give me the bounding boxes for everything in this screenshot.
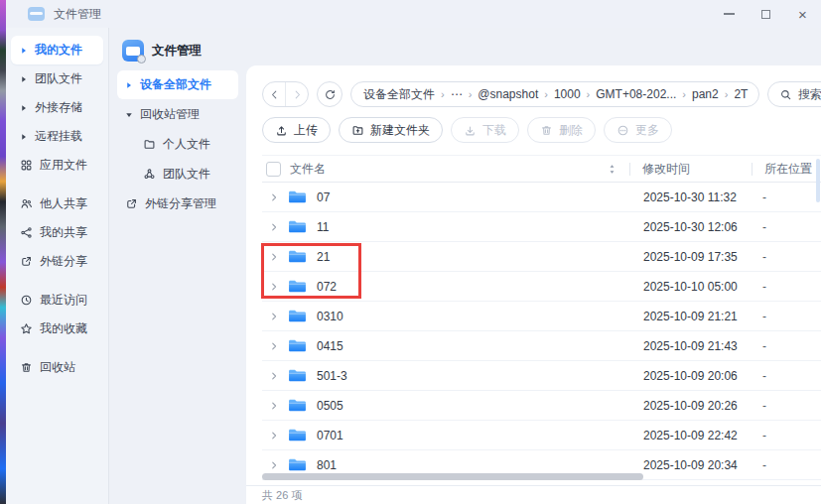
sidebar-item-label: 他人共享 (40, 195, 87, 212)
vertical-scrollbar[interactable] (816, 159, 820, 202)
sidebar-item-label: 最近访问 (40, 292, 87, 309)
search-button[interactable]: 搜索 (767, 81, 821, 107)
sidebar-item[interactable]: 我的文件 (11, 36, 103, 64)
back-button[interactable] (263, 82, 285, 106)
table-row[interactable]: 501-3 2025-10-09 20:06 - (262, 361, 821, 391)
breadcrumb-segment[interactable]: @snapshot (478, 87, 538, 101)
toolbar-button[interactable]: 更多 (604, 117, 672, 143)
table-row[interactable]: 0701 2025-10-09 22:42 - (262, 421, 821, 450)
upload-icon (275, 124, 288, 137)
team-icon (143, 168, 156, 181)
table-row[interactable]: 0310 2025-10-09 21:21 - (262, 302, 821, 331)
chevron-small-icon[interactable] (266, 222, 282, 232)
chevron-small-icon[interactable] (266, 401, 282, 411)
caret-right-icon (20, 75, 28, 83)
breadcrumb-segment[interactable]: GMT+08-202... (596, 87, 676, 101)
panel-title: 文件管理 (152, 43, 202, 60)
panel-nav-item[interactable]: 个人文件 (117, 130, 238, 159)
folder-blue-icon (288, 219, 307, 234)
modified-time: 2025-10-09 20:34 (643, 458, 762, 472)
toolbar-button-label: 更多 (635, 122, 659, 139)
more-icon (616, 124, 629, 137)
sidebar-item[interactable]: 外接存储 (11, 93, 103, 122)
breadcrumb-separator: › (544, 88, 548, 100)
column-location-label[interactable]: 所在位置 (764, 161, 821, 178)
sidebar-item[interactable]: 他人共享 (11, 189, 103, 218)
chevron-small-icon[interactable] (266, 192, 282, 202)
file-name: 11 (317, 220, 329, 234)
table-row[interactable]: 0505 2025-10-09 20:26 - (262, 391, 821, 421)
panel-nav-item-label: 回收站管理 (140, 106, 200, 123)
modified-time: 2025-10-09 21:21 (643, 310, 762, 323)
breadcrumb-segment[interactable]: 1000 (554, 87, 581, 101)
select-all-checkbox[interactable] (266, 162, 281, 177)
table-row[interactable]: 0415 2025-10-09 21:43 - (262, 331, 821, 361)
breadcrumb-segment[interactable]: pan2 (692, 87, 719, 101)
file-name: 0415 (317, 339, 343, 353)
folder-blue-icon (288, 338, 307, 353)
caret-right-icon (20, 104, 28, 112)
sort-icon[interactable] (607, 164, 617, 175)
panel-header: 文件管理 (109, 28, 246, 69)
toolbar-button[interactable]: 上传 (262, 117, 331, 143)
breadcrumb-segment[interactable]: ⋯ (451, 87, 463, 101)
trash-icon (20, 361, 33, 374)
toolbar-button[interactable]: 删除 (527, 117, 596, 143)
chevron-small-icon[interactable] (266, 341, 282, 351)
app-grid-icon (20, 159, 33, 172)
refresh-button[interactable] (317, 81, 342, 107)
folder-blue-icon (288, 368, 307, 383)
minimize-button[interactable] (711, 0, 748, 28)
panel-nav-item[interactable]: 回收站管理 (117, 100, 238, 129)
panel-nav-item[interactable]: 团队文件 (117, 160, 238, 189)
toolbar-button-label: 新建文件夹 (370, 122, 430, 139)
trash-icon (540, 124, 553, 137)
sidebar-item[interactable]: 我的收藏 (11, 315, 103, 343)
file-location: - (762, 369, 821, 383)
file-name: 0701 (317, 429, 343, 442)
horizontal-scrollbar[interactable] (262, 473, 643, 480)
breadcrumb-segment[interactable]: 2T (734, 87, 748, 101)
modified-time: 2025-10-09 20:06 (643, 369, 762, 383)
column-modified-label[interactable]: 修改时间 (642, 161, 740, 178)
chevron-small-icon[interactable] (266, 460, 282, 470)
breadcrumb[interactable]: 设备全部文件› ⋯› @snapshot› 1000› GMT+08-202..… (350, 81, 759, 107)
panel-nav-item[interactable]: 设备全部文件 (117, 70, 238, 99)
toolbar-button[interactable]: 新建文件夹 (339, 117, 443, 143)
sidebar-item-label: 外链分享 (40, 253, 87, 270)
panel-nav-item[interactable]: 外链分享管理 (117, 189, 238, 218)
file-name: 0505 (317, 399, 343, 413)
sidebar-item-label: 我的文件 (35, 42, 82, 59)
star-icon (20, 322, 33, 335)
maximize-button[interactable] (748, 0, 784, 28)
folder-blue-icon (288, 428, 307, 442)
panel-nav: 设备全部文件 回收站管理 个人文件 团队文件 (109, 70, 246, 218)
toolbar-button[interactable]: 下载 (451, 117, 519, 143)
sidebar-item[interactable]: 应用文件 (11, 151, 103, 180)
sidebar-item[interactable]: 远程挂载 (11, 122, 103, 151)
sidebar-item[interactable]: 我的共享 (11, 218, 103, 247)
forward-button[interactable] (285, 82, 308, 106)
file-name: 07 (317, 190, 330, 204)
table-row[interactable]: 11 2025-10-30 12:06 - (262, 212, 821, 242)
table-row[interactable]: 07 2025-10-30 11:32 - (262, 183, 821, 212)
chevron-small-icon[interactable] (266, 371, 282, 381)
chevron-small-icon[interactable] (266, 431, 282, 441)
chevron-small-icon[interactable] (266, 312, 282, 321)
folder-blue-icon (288, 457, 307, 472)
sidebar-item[interactable]: 团队文件 (11, 64, 103, 93)
file-location: - (762, 310, 821, 323)
column-divider (629, 163, 630, 176)
titlebar: 文件管理 × (6, 0, 821, 28)
sidebar-item-label: 外接存储 (35, 99, 82, 116)
sidebar-item[interactable]: 最近访问 (11, 286, 103, 315)
breadcrumb-segment[interactable]: 设备全部文件 (363, 86, 435, 103)
caret-right-icon (20, 133, 28, 141)
sidebar-item[interactable]: 回收站 (11, 353, 103, 382)
sidebar-item[interactable]: 外链分享 (11, 247, 103, 276)
folder-blue-icon (288, 398, 307, 413)
table-header: 文件名 修改时间 所在位置 (262, 155, 821, 183)
caret-right-icon (20, 47, 28, 55)
close-button[interactable]: × (784, 0, 821, 28)
modified-time: 2025-10-10 05:00 (643, 280, 762, 294)
